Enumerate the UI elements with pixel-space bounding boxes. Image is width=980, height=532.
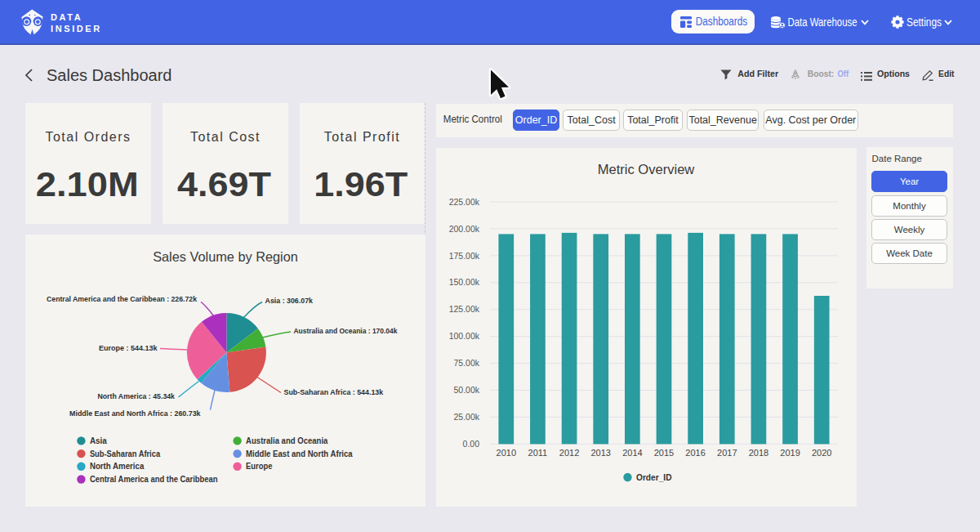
- svg-text:Edit: Edit: [938, 69, 955, 78]
- svg-text:1.96T: 1.96T: [314, 165, 408, 203]
- svg-text:Settings: Settings: [906, 16, 942, 29]
- svg-text:4.69T: 4.69T: [177, 165, 271, 203]
- svg-text:Off: Off: [837, 69, 849, 78]
- svg-text:Dashboards: Dashboards: [696, 15, 748, 28]
- svg-text:Data Warehouse: Data Warehouse: [788, 16, 858, 29]
- svg-text:Metric Control: Metric Control: [443, 114, 502, 125]
- svg-text:Boost:: Boost:: [808, 69, 835, 78]
- svg-text:2.10M: 2.10M: [36, 165, 139, 203]
- svg-text:Add Filter: Add Filter: [737, 69, 778, 78]
- svg-text:Options: Options: [877, 69, 910, 78]
